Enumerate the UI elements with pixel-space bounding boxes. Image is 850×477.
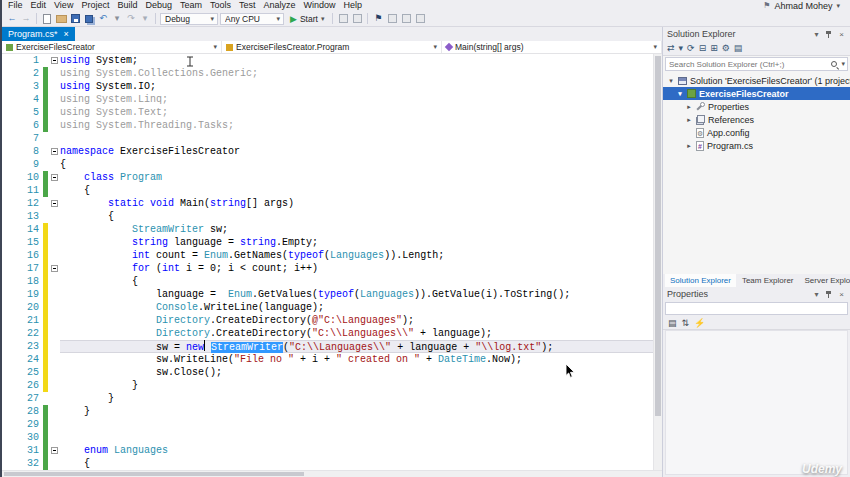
code-editor[interactable]: 1using System;2using System.Collections.… (2, 54, 662, 470)
code-line[interactable]: 18 { (2, 275, 662, 288)
expander-icon[interactable]: ▾ (676, 90, 684, 98)
nav-backward-icon[interactable]: ← (6, 12, 18, 25)
tree-item[interactable]: ▸Properties (663, 100, 850, 113)
code-line[interactable]: 26 } (2, 379, 662, 392)
menu-project[interactable]: Project (77, 0, 113, 11)
menu-tools[interactable]: Tools (206, 0, 235, 11)
collapse-region-icon[interactable] (51, 174, 58, 181)
search-solution-explorer-input[interactable] (666, 60, 828, 69)
horizontal-scrollbar-thumb[interactable] (4, 472, 304, 476)
breakpoint-margin[interactable] (2, 262, 16, 275)
nav-forward-icon[interactable]: → (20, 12, 32, 25)
breakpoint-margin[interactable] (2, 171, 16, 184)
vertical-scrollbar[interactable] (653, 54, 662, 470)
code-line[interactable]: 7 (2, 132, 662, 145)
code-line[interactable]: 22 Directory.CreateDirectory("C:\\Langua… (2, 327, 662, 340)
code-line[interactable]: 14 StreamWriter sw; (2, 223, 662, 236)
preview-icon[interactable]: ▤ (734, 42, 743, 55)
code-line[interactable]: 11 { (2, 184, 662, 197)
menu-window[interactable]: Window (300, 0, 340, 11)
breakpoint-margin[interactable] (2, 67, 16, 80)
code-line[interactable]: 10 class Program (2, 171, 662, 184)
search-icon[interactable] (830, 60, 839, 69)
code-line[interactable]: 31 enum Languages (2, 444, 662, 457)
collapse-region-icon[interactable] (51, 57, 58, 64)
code-line[interactable]: 19 language = Enum.GetValues(typeof(Lang… (2, 288, 662, 301)
collapse-region-icon[interactable] (51, 265, 58, 272)
solution-configuration-dropdown[interactable]: Debug ▾ (160, 13, 218, 25)
outlining-margin[interactable] (48, 145, 60, 158)
menu-analyze[interactable]: Analyze (260, 0, 300, 11)
expander-icon[interactable]: ▸ (685, 142, 693, 150)
close-icon[interactable]: × (837, 30, 846, 39)
user-dropdown-icon[interactable]: ▾ (836, 2, 840, 10)
collapse-region-icon[interactable] (51, 148, 58, 155)
show-all-files-icon[interactable]: ⊞ (710, 42, 718, 55)
breakpoint-margin[interactable] (2, 340, 16, 353)
code-line[interactable]: 6using System.Threading.Tasks; (2, 119, 662, 132)
breakpoint-margin[interactable] (2, 275, 16, 288)
save-icon[interactable] (69, 12, 81, 25)
breakpoint-margin[interactable] (2, 457, 16, 470)
code-line[interactable]: 32 { (2, 457, 662, 470)
breakpoint-margin[interactable] (2, 132, 16, 145)
tree-item[interactable]: ▾ExerciseFilesCreator (663, 87, 850, 100)
breakpoint-margin[interactable] (2, 184, 16, 197)
alphabetical-icon[interactable]: ⇅ (682, 317, 690, 329)
sync-active-document-icon[interactable]: ⇄ (667, 42, 675, 55)
breakpoint-margin[interactable] (2, 236, 16, 249)
outlining-margin[interactable] (48, 444, 60, 457)
breakpoint-margin[interactable] (2, 197, 16, 210)
undo-dropdown-icon[interactable]: ▾ (111, 12, 123, 25)
menu-debug[interactable]: Debug (141, 0, 176, 11)
menu-test[interactable]: Test (235, 0, 260, 11)
breakpoint-margin[interactable] (2, 405, 16, 418)
tree-item[interactable]: ▸References (663, 113, 850, 126)
breakpoint-margin[interactable] (2, 392, 16, 405)
events-icon[interactable]: ⚡ (694, 317, 705, 329)
code-line[interactable]: 5using System.Text; (2, 106, 662, 119)
outlining-margin[interactable] (48, 171, 60, 184)
breakpoint-margin[interactable] (2, 223, 16, 236)
code-line[interactable]: 1using System; (2, 54, 662, 67)
menu-team[interactable]: Team (176, 0, 206, 11)
panel-tab-team-explorer[interactable]: Team Explorer (737, 274, 799, 287)
breakpoint-margin[interactable] (2, 353, 16, 366)
breadcrumb-1[interactable]: ExerciseFilesCreator▾ (2, 41, 222, 53)
code-line[interactable]: 3using System.IO; (2, 80, 662, 93)
panel-tab-server-explorer[interactable]: Server Explorer (800, 274, 850, 287)
redo-icon[interactable]: ↷ (125, 12, 137, 25)
code-line[interactable]: 12 static void Main(string[] args) (2, 197, 662, 210)
code-line[interactable]: 20 Console.WriteLine(language); (2, 301, 662, 314)
breakpoint-margin[interactable] (2, 327, 16, 340)
tree-item[interactable]: ▸Program.cs (663, 139, 850, 152)
breakpoint-margin[interactable] (2, 431, 16, 444)
code-line[interactable]: 21 Directory.CreateDirectory(@"C:\Langua… (2, 314, 662, 327)
breakpoint-margin[interactable] (2, 314, 16, 327)
pin-icon[interactable] (825, 30, 833, 39)
collapse-region-icon[interactable] (51, 447, 58, 454)
user-name[interactable]: Ahmad Mohey (774, 1, 832, 11)
breakpoint-margin[interactable] (2, 54, 16, 67)
breakpoint-margin[interactable] (2, 145, 16, 158)
code-line[interactable]: 4using System.Linq; (2, 93, 662, 106)
collapse-all-icon[interactable]: ⊟ (699, 42, 707, 55)
menu-file[interactable]: File (4, 0, 27, 11)
breakpoint-margin[interactable] (2, 93, 16, 106)
breakpoint-margin[interactable] (2, 444, 16, 457)
collapse-region-icon[interactable] (51, 200, 58, 207)
properties-object-dropdown[interactable] (665, 302, 848, 315)
breakpoint-margin[interactable] (2, 379, 16, 392)
tree-item[interactable]: App.config (663, 126, 850, 139)
expander-icon[interactable]: ▸ (685, 116, 693, 124)
horizontal-scrollbar[interactable] (2, 470, 662, 477)
code-line[interactable]: 29 (2, 418, 662, 431)
outlining-margin[interactable] (48, 54, 60, 67)
find-in-files-icon[interactable] (386, 12, 398, 25)
code-line[interactable]: 24 sw.WriteLine("File no " + i + " creat… (2, 353, 662, 366)
bookmark-icon[interactable]: ⚑ (372, 12, 384, 25)
code-line[interactable]: 9{ (2, 158, 662, 171)
tab-program-cs[interactable]: Program.cs* × (2, 27, 75, 41)
menu-edit[interactable]: Edit (27, 0, 51, 11)
code-line[interactable]: 16 int count = Enum.GetNames(typeof(Lang… (2, 249, 662, 262)
